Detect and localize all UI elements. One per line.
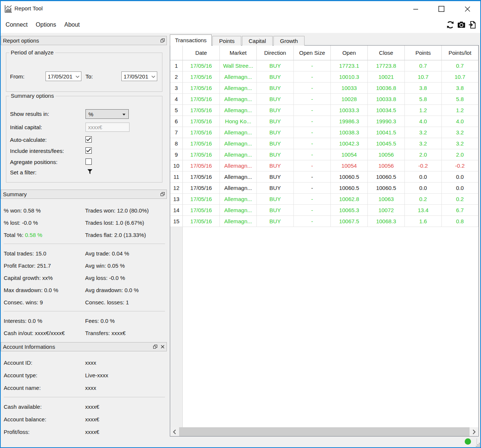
table-row[interactable]: 917/05/16Allemagn...BUY-10054100562.02.0 <box>170 149 478 160</box>
cell-points-lot[interactable]: 0.7 <box>442 60 478 71</box>
cell-points[interactable]: 3.2 <box>405 138 442 149</box>
close-button[interactable] <box>460 1 475 17</box>
column-header-points-lot[interactable]: Points/lot <box>442 46 478 60</box>
cell-direction[interactable]: BUY <box>257 149 294 160</box>
cell-points[interactable]: 5.8 <box>405 94 442 105</box>
row-number[interactable]: 5 <box>170 105 183 116</box>
cell-points-lot[interactable]: 0.2 <box>442 194 478 205</box>
cell-close[interactable]: 10021 <box>368 71 405 83</box>
cell-open[interactable]: 10054 <box>331 160 368 171</box>
tab-points[interactable]: Points <box>212 36 241 46</box>
row-number[interactable]: 14 <box>170 205 183 216</box>
cell-date[interactable]: 17/05/16 <box>183 205 220 216</box>
cell-direction[interactable]: BUY <box>257 105 294 116</box>
cell-market[interactable]: Allemagn... <box>220 94 257 105</box>
column-header-open[interactable]: Open <box>331 46 368 60</box>
column-header-date[interactable]: Date <box>183 46 220 60</box>
cell-market[interactable]: Allemagn... <box>220 105 257 116</box>
cell-close[interactable]: 10034.5 <box>368 105 405 116</box>
cell-market[interactable]: Allemagn... <box>220 71 257 83</box>
tab-capital[interactable]: Capital <box>242 36 273 46</box>
screenshot-button[interactable] <box>457 20 466 30</box>
cell-open[interactable]: 10028 <box>331 94 368 105</box>
cell-open-size[interactable]: - <box>294 127 331 138</box>
checkbox-auto-calculate[interactable] <box>85 136 92 143</box>
cell-market[interactable]: Allemagn... <box>220 171 257 183</box>
row-number[interactable]: 10 <box>170 160 183 171</box>
row-number[interactable]: 1 <box>170 60 183 71</box>
show-results-combobox[interactable]: % <box>85 109 129 119</box>
scroll-right-button[interactable] <box>470 427 478 436</box>
cell-open[interactable]: 10062.8 <box>331 194 368 205</box>
table-row[interactable]: 1217/05/16Allemagn...BUY-10060.510060.50… <box>170 183 478 194</box>
cell-close[interactable]: 10033.8 <box>368 94 405 105</box>
cell-open[interactable]: 10067.5 <box>331 216 368 227</box>
cell-points[interactable]: 2.0 <box>405 149 442 160</box>
cell-open-size[interactable]: - <box>294 171 331 183</box>
cell-points[interactable]: 0.0 <box>405 183 442 194</box>
cell-date[interactable]: 17/05/16 <box>183 183 220 194</box>
cell-open-size[interactable]: - <box>294 83 331 94</box>
cell-market[interactable]: Allemagn... <box>220 216 257 227</box>
cell-date[interactable]: 17/05/16 <box>183 71 220 83</box>
table-row[interactable]: 117/05/16Wall Stree...BUY-17723.117723.8… <box>170 60 478 71</box>
float-panel-button[interactable] <box>152 344 158 350</box>
cell-date[interactable]: 17/05/16 <box>183 127 220 138</box>
export-button[interactable] <box>468 20 477 30</box>
cell-open[interactable]: 10065.3 <box>331 205 368 216</box>
menu-item-options[interactable]: Options <box>32 17 60 33</box>
cell-direction[interactable]: BUY <box>257 60 294 71</box>
cell-direction[interactable]: BUY <box>257 183 294 194</box>
cell-open[interactable]: 10033 <box>331 83 368 94</box>
table-row[interactable]: 617/05/16Hong Ko...BUY-19986.319990.34.0… <box>170 116 478 127</box>
cell-direction[interactable]: BUY <box>257 205 294 216</box>
cell-direction[interactable]: BUY <box>257 138 294 149</box>
cell-direction[interactable]: BUY <box>257 216 294 227</box>
cell-open-size[interactable]: - <box>294 194 331 205</box>
cell-date[interactable]: 17/05/16 <box>183 83 220 94</box>
table-row[interactable]: 517/05/16Allemagn...BUY-10033.310034.51.… <box>170 105 478 116</box>
cell-direction[interactable]: BUY <box>257 83 294 94</box>
cell-open-size[interactable]: - <box>294 216 331 227</box>
cell-date[interactable]: 17/05/16 <box>183 94 220 105</box>
cell-points-lot[interactable]: -0.2 <box>442 160 478 171</box>
cell-open-size[interactable]: - <box>294 138 331 149</box>
row-number[interactable]: 7 <box>170 127 183 138</box>
cell-open[interactable]: 10042.3 <box>331 138 368 149</box>
cell-date[interactable]: 17/05/16 <box>183 138 220 149</box>
cell-points-lot[interactable]: 4.0 <box>442 116 478 127</box>
cell-points-lot[interactable]: 10.7 <box>442 71 478 83</box>
cell-open[interactable]: 10060.5 <box>331 183 368 194</box>
cell-points-lot[interactable]: 0.0 <box>442 171 478 183</box>
filter-funnel-icon[interactable] <box>86 168 94 175</box>
cell-close[interactable]: 10060.5 <box>368 183 405 194</box>
cell-date[interactable]: 17/05/16 <box>183 216 220 227</box>
cell-open[interactable]: 10033.3 <box>331 105 368 116</box>
table-row[interactable]: 417/05/16Allemagn...BUY-1002810033.85.85… <box>170 94 478 105</box>
cell-points[interactable]: 0.0 <box>405 171 442 183</box>
cell-points[interactable]: 3.8 <box>405 83 442 94</box>
table-row[interactable]: 1417/05/16Allemagn...BUY-10065.31007213.… <box>170 205 478 216</box>
cell-points[interactable]: 1.2 <box>405 105 442 116</box>
tab-transactions[interactable]: Transactions <box>170 34 212 46</box>
cell-market[interactable]: Allemagn... <box>220 194 257 205</box>
cell-close[interactable]: 10072 <box>368 205 405 216</box>
cell-direction[interactable]: BUY <box>257 116 294 127</box>
cell-market[interactable]: Allemagn... <box>220 183 257 194</box>
row-number[interactable]: 15 <box>170 216 183 227</box>
table-row[interactable]: 317/05/16Allemagn...BUY-1003310036.83.83… <box>170 83 478 94</box>
cell-date[interactable]: 17/05/16 <box>183 60 220 71</box>
table-row[interactable]: 817/05/16Allemagn...BUY-10042.310045.53.… <box>170 138 478 149</box>
date-from-combobox[interactable]: 17/05/201 <box>46 71 81 81</box>
cell-open-size[interactable]: - <box>294 116 331 127</box>
column-header-points[interactable]: Points <box>405 46 442 60</box>
cell-close[interactable]: 10041.5 <box>368 127 405 138</box>
row-number[interactable]: 9 <box>170 149 183 160</box>
cell-direction[interactable]: BUY <box>257 94 294 105</box>
menu-item-connect[interactable]: Connect <box>1 17 32 33</box>
row-number[interactable]: 12 <box>170 183 183 194</box>
initial-capital-input[interactable]: xxxx€ <box>85 123 130 132</box>
cell-date[interactable]: 17/05/16 <box>183 194 220 205</box>
date-to-combobox[interactable]: 17/05/201 <box>121 71 157 81</box>
column-header-open-size[interactable]: Open Size <box>294 46 331 60</box>
